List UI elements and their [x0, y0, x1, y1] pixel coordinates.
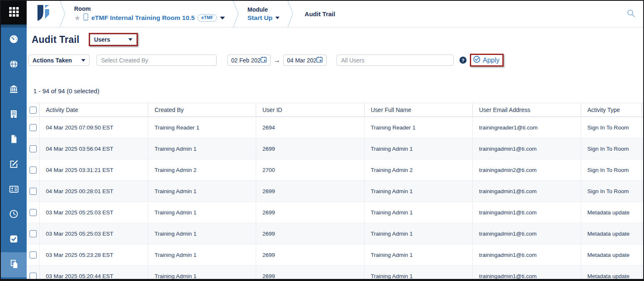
breadcrumb-page-name: Audit Trail	[294, 10, 335, 17]
cell-activity-date: 04 Mar 2025 03:31:21 EST	[39, 159, 148, 180]
cell-user-email-address: trainingadmin1@ti.com	[472, 223, 581, 244]
cell-user-id: 2699	[256, 223, 364, 244]
cell-activity-type: Metadata update	[581, 244, 642, 265]
column-header-user-id[interactable]: User ID	[256, 103, 364, 117]
scrollbar-gutter	[642, 244, 643, 265]
cell-activity-date: 04 Mar 2025 00:28:01 EST	[39, 181, 148, 201]
search-icon	[627, 9, 636, 20]
id-card-icon	[9, 184, 19, 196]
row-checkbox[interactable]	[30, 209, 37, 216]
room-caret-down-icon[interactable]	[220, 17, 225, 20]
cell-user-full-name: Training Admin 1	[364, 244, 472, 265]
scrollbar-gutter	[642, 181, 643, 201]
sidebar-item-tasks[interactable]	[1, 227, 27, 252]
scrollbar-gutter	[642, 202, 643, 223]
clock-icon	[9, 209, 19, 221]
date-to-field[interactable]: 04 Mar 2025	[283, 55, 327, 66]
favorite-star-icon[interactable]: ★	[74, 15, 80, 22]
cell-created-by: Training Admin 1	[148, 181, 256, 201]
date-from-field[interactable]: 02 Feb 2025	[227, 55, 271, 66]
check-square-icon	[9, 234, 19, 246]
row-checkbox[interactable]	[30, 273, 37, 279]
sidebar-item-history[interactable]	[1, 202, 27, 227]
cell-activity-type: Metadata update	[581, 266, 642, 279]
logo-icon	[35, 4, 51, 24]
cell-user-full-name: Training Admin 1	[364, 181, 472, 201]
annotation-box-apply: Apply	[470, 54, 504, 67]
calendar-icon	[316, 56, 323, 65]
cell-user-id: 2699	[256, 266, 364, 279]
room-name[interactable]: eTMF Internal Training Room 10.5	[91, 14, 195, 22]
column-header-activity-type[interactable]: Activity Type	[581, 103, 642, 117]
room-label: Room	[74, 5, 225, 12]
dashboard-gauge-icon	[9, 34, 19, 46]
cell-activity-date: 03 Mar 2025 05:25:03 EST	[39, 223, 148, 244]
audit-type-dropdown[interactable]: Users	[90, 34, 137, 45]
cell-user-full-name: Training Admin 1	[364, 138, 472, 159]
module-name[interactable]: Start Up	[247, 14, 272, 22]
apply-button[interactable]: Apply	[473, 56, 499, 65]
row-checkbox[interactable]	[30, 167, 37, 174]
row-checkbox[interactable]	[30, 188, 37, 195]
users-filter-input[interactable]	[337, 55, 454, 66]
date-range-arrow-icon: →	[274, 57, 280, 64]
sidebar-item-dashboard[interactable]	[1, 27, 27, 52]
column-header-activity-date[interactable]: Activity Date	[39, 103, 148, 117]
breadcrumb-chevron-icon	[287, 1, 294, 27]
scrollbar-gutter	[642, 138, 643, 159]
dropdown-caret-icon	[128, 38, 132, 41]
select-all-checkbox[interactable]	[30, 107, 37, 114]
sidebar-item-globe[interactable]	[1, 52, 27, 77]
row-checkbox[interactable]	[30, 145, 37, 152]
main-content: Audit Trail Users Actions Taken 02 Feb 2…	[27, 27, 643, 279]
app-launcher-button[interactable]	[1, 1, 27, 25]
actions-taken-dropdown[interactable]: Actions Taken	[28, 55, 90, 66]
row-checkbox[interactable]	[30, 124, 37, 131]
help-icon[interactable]: ?	[459, 57, 467, 64]
cell-created-by: Training Admin 1	[148, 223, 256, 244]
cell-user-email-address: trainingadmin1@ti.com	[472, 181, 581, 201]
cell-user-email-address: trainingreader1@ti.com	[472, 117, 581, 138]
cell-user-email-address: trainingadmin1@ti.com	[472, 138, 581, 159]
cell-activity-date: 03 Mar 2025 05:23:28 EST	[39, 244, 148, 265]
cell-user-id: 2699	[256, 244, 364, 265]
column-header-user-email-address[interactable]: User Email Address	[472, 103, 581, 117]
annotation-box-users: Users	[89, 33, 138, 46]
table-row: 04 Mar 2025 07:09:50 ESTTraining Reader …	[27, 117, 643, 138]
search-button[interactable]	[619, 1, 643, 27]
column-header-created-by[interactable]: Created By	[148, 103, 256, 117]
cell-activity-date: 03 Mar 2025 05:20:44 EST	[39, 266, 148, 279]
table-row: 03 Mar 2025 05:25:03 ESTTraining Admin 1…	[27, 202, 643, 223]
app-launcher-cell	[1, 1, 27, 27]
breadcrumb-room: Room ★ eTMF Internal Training Room 10.5 …	[66, 1, 232, 27]
module-caret-down-icon[interactable]	[275, 17, 280, 19]
table-row: 03 Mar 2025 05:20:44 ESTTraining Admin 1…	[27, 266, 643, 279]
sidebar-item-bank[interactable]	[1, 77, 27, 102]
building-icon	[9, 109, 19, 121]
cell-user-full-name: Training Admin 1	[364, 202, 472, 223]
row-checkbox[interactable]	[30, 230, 37, 237]
document-icon	[9, 134, 19, 146]
created-by-input[interactable]	[97, 55, 217, 66]
row-checkbox[interactable]	[30, 251, 37, 259]
actions-taken-label: Actions Taken	[32, 57, 72, 64]
table-header-row: Activity Date Created By User ID User Fu…	[27, 103, 643, 117]
sidebar-item-documents[interactable]	[1, 127, 27, 152]
table-row: 04 Mar 2025 03:31:21 ESTTraining Admin 2…	[27, 159, 643, 181]
apply-label: Apply	[483, 57, 499, 64]
scrollbar-gutter	[642, 159, 643, 180]
app-logo[interactable]	[27, 1, 59, 27]
sidebar-item-building[interactable]	[1, 102, 27, 127]
sidebar-item-audit-trail[interactable]	[1, 252, 27, 277]
cell-user-email-address: trainingadmin1@ti.com	[472, 202, 581, 223]
cell-user-full-name: Training Admin 2	[364, 159, 472, 180]
globe-icon	[9, 59, 19, 71]
sidebar-item-compose[interactable]	[1, 152, 27, 177]
table-row: 04 Mar 2025 03:56:04 ESTTraining Admin 1…	[27, 138, 643, 159]
date-to-value: 04 Mar 2025	[287, 57, 316, 64]
column-header-user-full-name[interactable]: User Full Name	[364, 103, 472, 117]
cell-activity-type: Sign In To Room	[581, 159, 642, 180]
copy-pages-icon	[9, 259, 19, 271]
cell-user-email-address: trainingadmin1@ti.com	[472, 266, 581, 279]
sidebar-item-id-card[interactable]	[1, 177, 27, 202]
